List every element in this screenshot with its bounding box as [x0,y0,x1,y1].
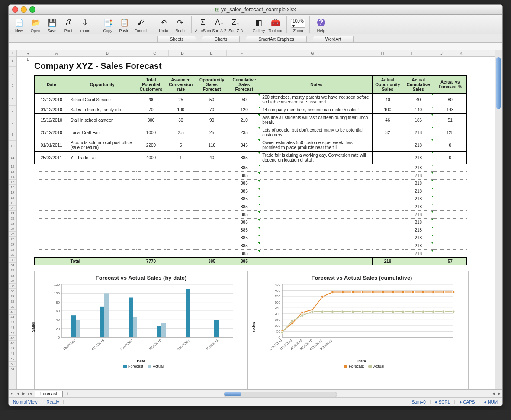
col-actual-cumulative-sales[interactable]: Actual Cumulative Sales [403,76,434,94]
chart-legend: ForecastActual [37,364,245,368]
col-notes[interactable]: Notes [260,76,373,94]
ribbon-tab-wordart[interactable]: WordArt [313,36,354,42]
total-row[interactable]: Total777038538521857 [35,258,467,265]
svg-text:15/12/2010: 15/12/2010 [119,339,133,351]
view-mode[interactable]: Normal View [9,400,42,404]
status-bar: Normal View Ready Sum=0 ● SCRL ● CAPS ● … [9,397,502,406]
tab-nav-prev[interactable]: ◀ [15,391,21,396]
svg-rect-28 [186,289,190,337]
new-button[interactable]: 📄New [11,17,27,33]
window-title: ⊞ye_sales_forecast_example.xlsx [9,6,502,13]
undo-button[interactable]: ↶Undo [156,17,171,33]
save-button[interactable]: 💾Save [44,17,60,33]
col-opportunity-sales-forecast[interactable]: Opportunity Sales Forecast [196,76,228,94]
table-row[interactable]: 385218 [35,250,467,258]
sheet-tab-forecast[interactable]: Forecast [35,391,63,397]
svg-text:150: 150 [275,318,281,322]
svg-point-66 [402,291,405,294]
svg-point-56 [301,311,304,314]
svg-point-69 [432,291,434,294]
svg-text:0: 0 [58,336,60,339]
table-row[interactable]: 15/12/2010Stall in school canteen3003090… [35,114,467,126]
svg-text:300: 300 [275,300,281,304]
tab-nav-first[interactable]: ⏮ [9,391,15,396]
svg-point-81 [372,310,374,313]
autosum-button[interactable]: ΣAutoSum [195,17,211,33]
help-button[interactable]: ?Help [313,17,329,33]
table-row[interactable]: 01/12/2010Sales to friends, family etc70… [35,106,467,114]
toolbar: 📄New📂Open💾Save🖨Print⇩Import📑Copy📋Paste🖌F… [9,15,502,34]
col-actual-vs-forecast-[interactable]: Actual vs Forecast % [434,76,466,94]
table-row[interactable]: 25/02/2011YE Trade Fair4000140385Trade f… [35,152,467,164]
sheet-tabs[interactable]: ⏮ ◀ ▶ ⏭ Forecast + ◀▶ [9,389,502,397]
svg-text:250: 250 [275,306,281,310]
svg-point-76 [321,310,324,313]
col-assumed-conversion-rate[interactable]: Assumed Conversion rate [166,76,196,94]
table-row[interactable]: 20/12/2010Local Craft Fair10002.525235Lo… [35,126,467,139]
svg-point-85 [412,310,415,313]
vertical-scrollbar[interactable] [495,50,502,389]
toolbox-button[interactable]: 🧰Toolbox [267,17,283,33]
forecast-table[interactable]: DateOpportunityTotal Potential Customers… [34,75,467,265]
table-row[interactable]: 385218 [35,219,467,226]
svg-rect-19 [100,307,104,337]
chart-forecast-vs-actual-by-date[interactable]: Forecast vs Actual Sales (by date) Sales… [34,271,248,389]
print-button[interactable]: 🖨Print [61,17,76,33]
svg-point-84 [402,310,405,313]
table-row[interactable]: 385218 [35,203,467,211]
table-row[interactable]: 385218 [35,187,467,195]
svg-point-89 [452,310,455,313]
ribbon-tab-charts[interactable]: Charts [202,36,240,42]
chart-forecast-vs-actual-cumulative[interactable]: Forecast vs Actual Sales (cumulative) Sa… [255,271,469,389]
horizontal-scrollbar[interactable] [71,391,490,397]
sort-z-a-button[interactable]: Z↓Sort Z-A [228,17,244,33]
paste-button[interactable]: 📋Paste [116,17,132,33]
svg-rect-16 [71,315,76,337]
redo-button[interactable]: ↷Redo [172,17,188,33]
table-row[interactable]: 385218 [35,226,467,234]
svg-point-62 [361,291,364,294]
svg-point-87 [432,310,434,313]
svg-point-73 [291,320,293,322]
status-ready: Ready [42,400,64,404]
col-total-potential-customers[interactable]: Total Potential Customers [136,76,166,94]
ribbon-tab-smartart-graphics[interactable]: SmartArt Graphics [246,36,306,42]
svg-text:20: 20 [56,327,60,331]
table-row[interactable]: 385218 [35,234,467,242]
chart-title: Forecast vs Actual Sales (by date) [37,275,245,281]
table-row[interactable]: 01/01/2011Products sold in local post of… [35,139,467,152]
row-headers[interactable]: 1234567891011121314151617181920212223242… [9,50,17,389]
tab-nav-next[interactable]: ▶ [21,391,27,396]
col-actual-opportunity-sales[interactable]: Actual Opportunity Sales [372,76,403,94]
tab-nav-last[interactable]: ⏭ [27,391,33,396]
import-button[interactable]: ⇩Import [77,17,93,33]
table-row[interactable]: 385218 [35,164,467,172]
table-row[interactable]: 385218 [35,180,467,187]
svg-point-88 [442,310,445,313]
zoom-button[interactable]: 100% ▾Zoom [290,17,306,33]
svg-text:50: 50 [276,330,280,333]
table-row[interactable]: 12/12/2010School Carol Service2002550502… [35,94,467,106]
col-opportunity[interactable]: Opportunity [68,76,136,94]
col-date[interactable]: Date [35,76,68,94]
table-row[interactable]: 385218 [35,211,467,219]
copy-button[interactable]: 📑Copy [100,17,116,33]
svg-point-78 [341,310,344,313]
svg-rect-22 [129,298,133,338]
column-headers[interactable]: ⬥ABCDEFGHIJKL [17,50,495,57]
new-sheet-button[interactable]: + [64,391,71,397]
open-button[interactable]: 📂Open [28,17,43,33]
svg-text:20/12/2010: 20/12/2010 [148,339,161,351]
formula-bar[interactable] [9,43,502,50]
svg-text:200: 200 [275,312,281,316]
svg-text:40: 40 [56,318,60,322]
table-row[interactable]: 385218 [35,242,467,250]
col-cumulative-sales-forecast[interactable]: Cumulative Sales Forecast [228,76,260,94]
svg-rect-17 [76,320,80,337]
ribbon-tab-sheets[interactable]: Sheets [157,36,196,42]
format-button[interactable]: 🖌Format [133,17,148,33]
gallery-button[interactable]: ◧Gallery [251,17,267,33]
table-row[interactable]: 385218 [35,172,467,180]
sort-a-z-button[interactable]: A↓Sort A-Z [212,17,227,33]
table-row[interactable]: 385218 [35,195,467,203]
